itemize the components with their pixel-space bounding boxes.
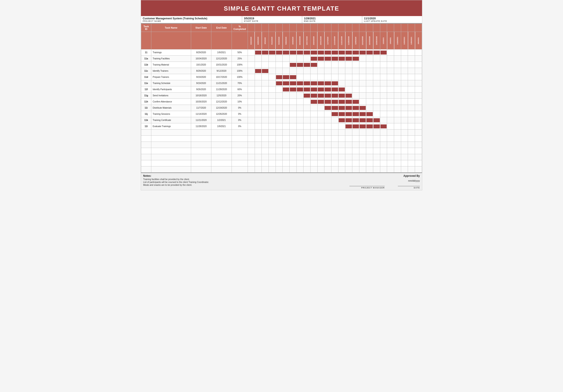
- bar-cell: [380, 111, 387, 117]
- empty-cell: [366, 148, 373, 154]
- bar-cell: [408, 105, 415, 111]
- bar-filled: [345, 100, 352, 104]
- empty-cell: [408, 154, 415, 160]
- empty-cell: [380, 136, 387, 142]
- empty-cell: [269, 166, 276, 173]
- date-col-6: 10/3/2020: [289, 32, 296, 50]
- empty-cell: [269, 148, 276, 154]
- bar-filled: [325, 100, 331, 104]
- bar-cell: [269, 80, 276, 86]
- bar-cell: [317, 117, 324, 123]
- header-date-spacer-22: [401, 24, 408, 32]
- bar-filled: [269, 51, 275, 54]
- empty-cell: [352, 142, 359, 148]
- bar-cell: [269, 86, 276, 93]
- header-date-spacer-20: [387, 24, 394, 32]
- bar-cell: [345, 86, 352, 93]
- header-date-spacer-3: [269, 24, 276, 32]
- bar-cell: [255, 117, 262, 123]
- bar-filled: [325, 88, 331, 91]
- bar-filled: [276, 51, 282, 54]
- bar-cell: [387, 56, 394, 62]
- bar-cell: [255, 62, 262, 68]
- bar-cell: [276, 105, 282, 111]
- bar-cell: [359, 62, 366, 68]
- date-col-18: 12/26/2020: [373, 32, 380, 50]
- empty-cell: [324, 142, 332, 148]
- bar-cell: [248, 99, 255, 105]
- bar-cell: [408, 68, 415, 74]
- task-pct-cell: 0%: [231, 105, 248, 111]
- bar-cell: [304, 105, 310, 111]
- bar-cell: [317, 99, 324, 105]
- bar-filled: [283, 81, 289, 85]
- date-col-22: 1/23/2021: [401, 32, 408, 50]
- empty-cell: [310, 166, 317, 173]
- bar-filled: [359, 125, 366, 128]
- task-name-cell: Training Material: [151, 62, 191, 68]
- bar-cell: [255, 68, 262, 74]
- empty-cell: [191, 129, 211, 136]
- bar-filled: [325, 106, 331, 110]
- empty-cell: [151, 148, 191, 154]
- bar-filled: [311, 81, 317, 85]
- bar-cell: [282, 123, 290, 129]
- bar-cell: [296, 93, 304, 99]
- bar-filled: [345, 118, 352, 122]
- task-end-cell: 12/19/2020: [211, 105, 232, 111]
- bar-cell: [408, 99, 415, 105]
- task-start-cell: 10/24/2020: [191, 56, 211, 62]
- bar-cell: [276, 123, 282, 129]
- bar-cell: [282, 117, 290, 123]
- bar-cell: [255, 105, 262, 111]
- empty-cell: [380, 154, 387, 160]
- project-name-value: Customer Management System (Training Sch…: [143, 17, 240, 20]
- empty-cell: [366, 154, 373, 160]
- empty-cell: [289, 154, 296, 160]
- date-col-4: 9/19/2020: [276, 32, 282, 50]
- bar-cell: [366, 123, 373, 129]
- empty-cell: [310, 148, 317, 154]
- bar-cell: [338, 93, 345, 99]
- empty-cell: [310, 160, 317, 166]
- bar-filled: [318, 51, 324, 54]
- empty-cell: [408, 166, 415, 173]
- date-row-name-spacer: [151, 32, 191, 50]
- empty-cell: [304, 148, 310, 154]
- empty-cell: [255, 154, 262, 160]
- column-header-row: TaskID Task Name Start Date End Date %Co…: [141, 24, 422, 32]
- empty-cell: [380, 142, 387, 148]
- bar-cell: [324, 80, 332, 86]
- bar-cell: [352, 80, 359, 86]
- bar-filled: [353, 57, 359, 61]
- bar-filled: [381, 125, 387, 128]
- task-pct-cell: 10%: [231, 99, 248, 105]
- bar-cell: [276, 68, 282, 74]
- bar-cell: [269, 93, 276, 99]
- bar-cell: [373, 50, 380, 56]
- task-end-cell: 1/9/2021: [211, 50, 232, 56]
- empty-cell: [304, 129, 310, 136]
- bar-cell: [331, 62, 338, 68]
- bar-filled: [366, 118, 373, 122]
- bar-filled: [304, 63, 310, 67]
- bar-cell: [269, 111, 276, 117]
- date-sig-group: mm/dd/yyyy DATE: [398, 180, 420, 189]
- task-name-cell: Trainings: [151, 50, 191, 56]
- bar-cell: [373, 56, 380, 62]
- bar-cell: [338, 68, 345, 74]
- bar-cell: [387, 80, 394, 86]
- empty-cell: [352, 154, 359, 160]
- empty-cell: [317, 166, 324, 173]
- bar-filled: [332, 57, 338, 61]
- empty-cell: [394, 129, 401, 136]
- bar-filled: [318, 57, 324, 61]
- bar-cell: [248, 62, 255, 68]
- empty-cell: [269, 142, 276, 148]
- task-pct-cell: 0%: [231, 123, 248, 129]
- bar-cell: [248, 86, 255, 93]
- bar-cell: [394, 68, 401, 74]
- bar-cell: [373, 117, 380, 123]
- empty-cell: [401, 148, 408, 154]
- bar-cell: [401, 56, 408, 62]
